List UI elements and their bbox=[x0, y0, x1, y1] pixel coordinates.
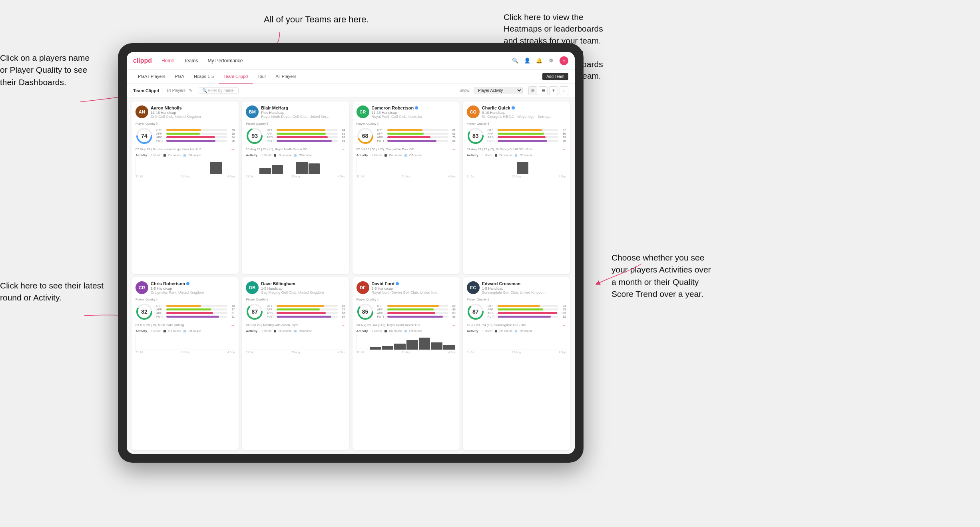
activity-period: · 1 Month bbox=[149, 154, 161, 157]
add-team-button[interactable]: Add Team bbox=[542, 73, 568, 80]
chart-bar bbox=[259, 168, 271, 174]
off-course-label: Off course bbox=[520, 330, 532, 332]
edit-icon[interactable]: ✎ bbox=[189, 88, 192, 93]
chart-bar bbox=[554, 349, 565, 350]
round-info[interactable]: 02 Sep 23 | Sunrise round to get back in… bbox=[135, 147, 235, 151]
player-name[interactable]: Dave Billingham bbox=[261, 281, 345, 286]
round-info[interactable]: 26 Aug 23 | 73 (+1), Royal North Devon G… bbox=[246, 147, 345, 151]
filter-icon[interactable]: ▼ bbox=[549, 86, 558, 95]
tab-tour[interactable]: Tour bbox=[253, 70, 271, 84]
tab-hcaps[interactable]: Hcaps 1-5 bbox=[189, 70, 219, 84]
search-icon[interactable]: 🔍 bbox=[512, 57, 519, 64]
player-card[interactable]: AN Aaron Nicholls 11-15 Handicap Drift G… bbox=[131, 101, 239, 274]
chart-label: 31 Jul bbox=[467, 351, 474, 354]
annotation-left-bottom: Click here to see their latestround or A… bbox=[0, 280, 104, 304]
avatar[interactable]: A bbox=[560, 56, 568, 65]
quality-ring[interactable]: 82 bbox=[135, 303, 153, 320]
player-name[interactable]: Edward Crossman bbox=[482, 281, 566, 286]
quality-ring[interactable]: 68 bbox=[357, 127, 374, 145]
activity-section: Activity · 1 Month On course Off course … bbox=[467, 153, 566, 178]
nav-link-home[interactable]: Home bbox=[161, 58, 174, 64]
quality-ring[interactable]: 87 bbox=[467, 303, 484, 320]
quality-ring[interactable]: 85 bbox=[357, 303, 374, 320]
chart-bar bbox=[223, 349, 234, 350]
search-input[interactable]: 🔍 Filter by name bbox=[199, 87, 239, 94]
round-info[interactable]: 03 Mar 23 | 19, Must make putting → bbox=[135, 323, 235, 327]
round-info[interactable]: 18 Jul 23 | 74 (+3), Sunningdale GC - Ol… bbox=[467, 323, 566, 327]
round-info[interactable]: 02 Jul 23 | 59 (+17), Craigmillar Park G… bbox=[357, 147, 456, 151]
quality-section: 74 OTT 60 APP 58 ARG 84 bbox=[135, 127, 235, 145]
stats-bars: OTT 60 APP 58 ARG 84 PUTT 8 bbox=[156, 129, 235, 143]
show-select[interactable]: Player Activity Quality Score Trend bbox=[474, 87, 523, 94]
player-card[interactable]: DB Dave Billingham 1-5 Handicap Sag Magi… bbox=[242, 277, 349, 450]
round-arrow-icon[interactable]: → bbox=[231, 147, 235, 151]
grid-view-icon[interactable]: ⊞ bbox=[528, 86, 537, 95]
round-arrow-icon[interactable]: → bbox=[231, 323, 235, 327]
chart-bar bbox=[406, 340, 418, 350]
round-info[interactable]: 04 Sep 23 | Mobility with coach, Gym → bbox=[246, 323, 345, 327]
on-course-legend bbox=[495, 154, 497, 157]
quality-section: 83 OTT 77 APP 80 ARG 83 bbox=[467, 127, 566, 145]
activity-section: Activity · 1 Month On course Off course … bbox=[357, 153, 456, 178]
on-course-label: On course bbox=[279, 330, 291, 332]
quality-ring[interactable]: 87 bbox=[246, 303, 263, 320]
tab-pgat-players[interactable]: PGAT Players bbox=[133, 70, 170, 84]
round-arrow-icon[interactable]: → bbox=[452, 147, 456, 151]
player-card[interactable]: CQ Charlie Quick 6-10 Handicap St. Georg… bbox=[463, 101, 570, 274]
stat-bar-bg bbox=[166, 140, 227, 142]
person-icon[interactable]: 👤 bbox=[524, 57, 531, 64]
bell-icon[interactable]: 🔔 bbox=[536, 57, 543, 64]
chart-bar bbox=[333, 349, 345, 350]
quality-ring[interactable]: 93 bbox=[246, 127, 263, 145]
quality-ring[interactable]: 83 bbox=[467, 127, 484, 145]
player-card[interactable]: EC Edward Crossman 1-5 Handicap Sunningd… bbox=[463, 277, 570, 450]
chart-area bbox=[135, 334, 235, 350]
stat-label: ARG bbox=[377, 312, 386, 314]
stat-bar-bg bbox=[498, 308, 558, 310]
player-name[interactable]: David Ford bbox=[372, 281, 456, 286]
tab-team-clippd[interactable]: Team Clippd bbox=[219, 70, 253, 84]
round-info[interactable]: 07 Aug 23 | 77 (+7), St George's Hill GC… bbox=[467, 147, 566, 151]
stat-row: APP 79 bbox=[488, 308, 566, 311]
list-view-icon[interactable]: ☰ bbox=[539, 86, 548, 95]
stat-row: PUTT 95 bbox=[267, 139, 345, 142]
stat-bar-bg bbox=[387, 312, 448, 314]
player-card[interactable]: BM Blair McHarg Plus Handicap Royal Nort… bbox=[242, 101, 349, 274]
player-name[interactable]: Aaron Nicholls bbox=[151, 105, 235, 110]
player-card[interactable]: CR Cameron Robertson 11-15 Handicap Roya… bbox=[353, 101, 460, 274]
player-name[interactable]: Blair McHarg bbox=[261, 105, 345, 110]
round-text: 03 Mar 23 | 19, Must make putting bbox=[135, 323, 229, 327]
player-card[interactable]: DF David Ford 1-5 Handicap Royal North D… bbox=[353, 277, 460, 450]
stat-bar-bg bbox=[166, 316, 227, 318]
annotation-left-top: Click on a players nameor Player Quality… bbox=[0, 52, 90, 88]
sort-icon[interactable]: ↕ bbox=[560, 86, 568, 95]
stat-row: PUTT 85 bbox=[156, 139, 235, 142]
quality-number: 87 bbox=[251, 308, 258, 315]
quality-ring[interactable]: 74 bbox=[135, 127, 153, 145]
player-name[interactable]: Chris Robertson bbox=[151, 281, 235, 286]
round-info[interactable]: 26 Aug 23 | 84 (+12), Royal North Devon … bbox=[357, 323, 456, 327]
player-name[interactable]: Cameron Robertson bbox=[372, 105, 456, 110]
player-card[interactable]: CR Chris Robertson 1-5 Handicap Craigmil… bbox=[131, 277, 239, 450]
stat-val: 74 bbox=[339, 308, 345, 311]
round-arrow-icon[interactable]: → bbox=[452, 323, 456, 327]
settings-icon[interactable]: ⚙ bbox=[548, 57, 555, 64]
stats-bars: OTT 84 APP 85 ARG 88 PUTT 9 bbox=[267, 129, 345, 143]
quality-number: 82 bbox=[141, 308, 147, 315]
round-arrow-icon[interactable]: → bbox=[562, 323, 566, 327]
chart-bar bbox=[517, 349, 528, 350]
players-grid: AN Aaron Nicholls 11-15 Handicap Drift G… bbox=[127, 97, 575, 454]
stat-bar-bg bbox=[277, 308, 337, 310]
quality-section: 93 OTT 84 APP 85 ARG 88 bbox=[246, 127, 345, 145]
tab-pga[interactable]: PGA bbox=[170, 70, 189, 84]
round-arrow-icon[interactable]: → bbox=[341, 323, 345, 327]
nav-link-teams[interactable]: Teams bbox=[184, 58, 198, 64]
quality-label: Player Quality ℹ bbox=[135, 298, 235, 301]
round-arrow-icon[interactable]: → bbox=[341, 147, 345, 151]
player-name[interactable]: Charlie Quick bbox=[482, 105, 566, 110]
stat-bar-bg bbox=[166, 133, 227, 135]
round-arrow-icon[interactable]: → bbox=[562, 147, 566, 151]
tab-all-players[interactable]: All Players bbox=[271, 70, 301, 84]
nav-link-myperformance[interactable]: My Performance bbox=[207, 58, 243, 64]
stat-label: OTT bbox=[377, 129, 386, 131]
